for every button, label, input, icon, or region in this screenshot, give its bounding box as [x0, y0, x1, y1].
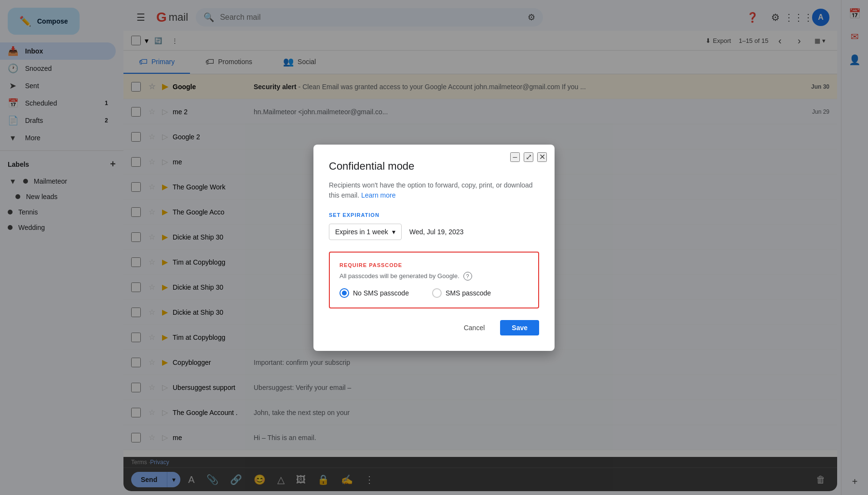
modal-actions: Cancel Save [329, 320, 539, 335]
modal-overlay[interactable]: – ⤢ ✕ Confidential mode Recipients won't… [0, 0, 868, 495]
set-expiration-label: SET EXPIRATION [329, 212, 539, 218]
learn-more-link[interactable]: Learn more [361, 191, 396, 199]
passcode-section: REQUIRE PASSCODE All passcodes will be g… [329, 252, 539, 308]
modal-window-controls: – ⤢ ✕ [510, 152, 547, 162]
expiry-row: Expires in 1 week ▾ Wed, Jul 19, 2023 [329, 224, 539, 240]
expiry-value: Expires in 1 week [335, 228, 388, 236]
no-sms-radio-circle[interactable] [339, 288, 349, 298]
expiry-dropdown-icon: ▾ [392, 228, 395, 236]
cancel-button[interactable]: Cancel [452, 320, 497, 335]
modal-title: Confidential mode [329, 160, 539, 173]
modal-close-button[interactable]: ✕ [537, 152, 547, 162]
passcode-description: All passcodes will be generated by Googl… [339, 272, 529, 281]
modal-expand-button[interactable]: ⤢ [524, 152, 533, 162]
save-button[interactable]: Save [500, 320, 539, 335]
sms-radio-option[interactable]: SMS passcode [432, 288, 491, 298]
expiry-select[interactable]: Expires in 1 week ▾ [329, 224, 402, 240]
expiry-date: Wed, Jul 19, 2023 [409, 228, 464, 236]
require-passcode-label: REQUIRE PASSCODE [339, 262, 529, 268]
modal-minimize-button[interactable]: – [510, 152, 520, 162]
no-sms-label: No SMS passcode [353, 289, 409, 297]
passcode-radio-group: No SMS passcode SMS passcode [339, 288, 529, 298]
passcode-help-icon[interactable]: ? [463, 272, 472, 281]
sms-label: SMS passcode [446, 289, 491, 297]
confidential-mode-dialog: – ⤢ ✕ Confidential mode Recipients won't… [313, 145, 555, 351]
no-sms-radio-option[interactable]: No SMS passcode [339, 288, 409, 298]
sms-radio-circle[interactable] [432, 288, 442, 298]
modal-description: Recipients won't have the option to forw… [329, 180, 539, 201]
